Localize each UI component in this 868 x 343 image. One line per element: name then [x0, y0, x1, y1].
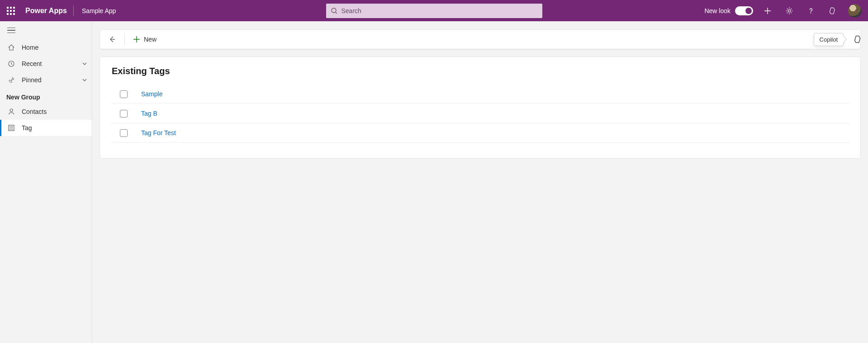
global-search	[326, 4, 542, 18]
search-input[interactable]	[342, 7, 538, 14]
app-breadcrumb[interactable]: Sample App	[74, 7, 124, 14]
main-area: New Copilot Existing Tags SampleTag BTag…	[92, 21, 868, 343]
new-look-toggle[interactable]	[735, 6, 753, 15]
settings-button[interactable]	[778, 0, 800, 21]
section-title: Existing Tags	[111, 66, 849, 76]
nav-item-contacts[interactable]: Contacts	[0, 103, 92, 120]
back-button[interactable]	[104, 31, 121, 47]
left-nav: Home Recent Pinned New Group	[0, 21, 92, 343]
search-icon	[331, 7, 338, 14]
command-separator	[124, 34, 125, 45]
nav-item-label: Pinned	[22, 76, 42, 84]
row-checkbox[interactable]	[120, 129, 128, 137]
plus-icon	[764, 7, 772, 15]
svg-point-2	[788, 9, 790, 12]
svg-line-1	[336, 12, 337, 14]
tag-name-link[interactable]: Tag For Test	[141, 129, 176, 136]
nav-item-label: Tag	[22, 124, 32, 132]
gear-icon	[785, 7, 793, 15]
back-arrow-icon	[108, 35, 116, 43]
content-card: Existing Tags SampleTag BTag For Test	[100, 56, 861, 159]
nav-item-recent[interactable]: Recent	[0, 56, 92, 72]
copilot-icon	[853, 34, 863, 44]
table-row: Tag B	[111, 104, 849, 123]
table-row: Sample	[111, 85, 849, 104]
svg-point-5	[10, 109, 13, 112]
help-button[interactable]	[800, 0, 822, 21]
new-button-label: New	[144, 36, 157, 43]
nav-item-label: Contacts	[22, 108, 47, 115]
nav-collapse-row	[0, 21, 92, 39]
nav-item-tag[interactable]: Tag	[0, 120, 92, 136]
list-icon	[7, 124, 15, 132]
toggle-knob	[745, 8, 752, 14]
row-checkbox[interactable]	[120, 110, 128, 117]
new-look-label: New look	[704, 7, 730, 14]
svg-point-3	[811, 13, 811, 14]
person-icon	[7, 108, 15, 115]
search-box[interactable]	[326, 4, 542, 18]
table-row: Tag For Test	[111, 123, 849, 143]
row-checkbox[interactable]	[120, 90, 128, 98]
app-body: Home Recent Pinned New Group	[0, 21, 868, 343]
home-icon	[7, 44, 15, 51]
copilot-rail: Copilot	[814, 29, 868, 49]
nav-item-label: Recent	[22, 60, 42, 67]
tag-name-link[interactable]: Tag B	[141, 110, 157, 117]
nav-item-label: Home	[22, 44, 38, 51]
command-bar: New	[100, 29, 861, 49]
copilot-header-button[interactable]	[822, 0, 844, 21]
nav-group-label: New Group	[0, 88, 92, 103]
nav-item-pinned[interactable]: Pinned	[0, 72, 92, 88]
chevron-down-icon	[82, 77, 87, 83]
new-button[interactable]: New	[128, 31, 161, 47]
header-right: New look	[702, 0, 868, 21]
plus-icon	[133, 36, 140, 43]
user-avatar[interactable]	[848, 4, 862, 18]
add-button[interactable]	[757, 0, 778, 21]
copilot-icon	[828, 6, 837, 15]
nav-item-home[interactable]: Home	[0, 39, 92, 56]
question-icon	[807, 7, 815, 15]
global-header: Power Apps Sample App New look	[0, 0, 868, 21]
tag-list: SampleTag BTag For Test	[111, 85, 849, 143]
chevron-down-icon	[82, 61, 87, 66]
app-launcher-button[interactable]	[0, 0, 22, 21]
copilot-tooltip: Copilot	[814, 33, 844, 46]
product-name: Power Apps	[22, 7, 73, 15]
tag-name-link[interactable]: Sample	[141, 90, 162, 98]
nav-collapse-button[interactable]	[7, 28, 15, 33]
waffle-icon	[7, 7, 15, 15]
pin-icon	[7, 76, 15, 84]
svg-point-0	[332, 8, 336, 13]
new-look-toggle-group: New look	[702, 6, 757, 15]
clock-icon	[7, 60, 15, 67]
copilot-side-button[interactable]	[848, 29, 868, 49]
